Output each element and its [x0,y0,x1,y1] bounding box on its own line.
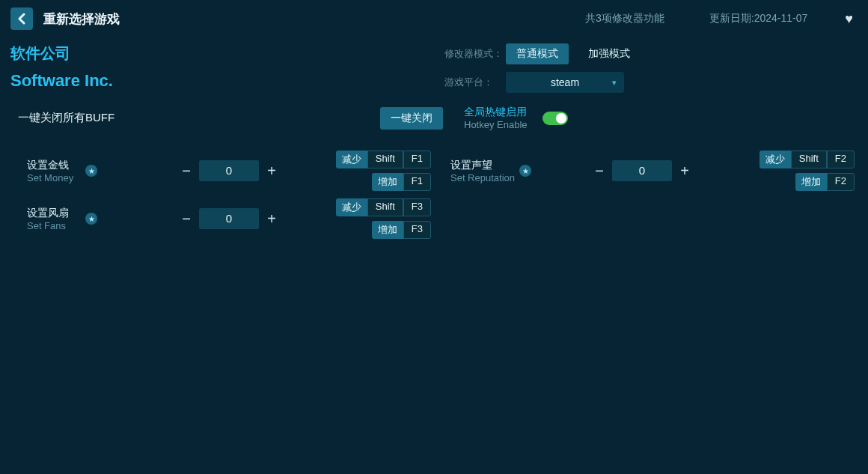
hotkey-enable-cn: 全局热键启用 [464,106,528,119]
mode-label: 修改器模式： [444,47,506,61]
decrease-button[interactable]: − [178,162,195,179]
chevron-left-icon [16,13,27,25]
increase-button[interactable]: + [263,210,280,227]
cheat-label-cn: 设置声望 [450,159,516,172]
value-input[interactable]: 0 [199,208,259,229]
cheat-label-en: Set Money [27,172,82,183]
value-input[interactable]: 0 [612,160,672,181]
close-buff-label: 一键关闭所有BUFF [18,111,380,125]
star-icon[interactable]: ★ [519,165,531,177]
hotkey-increase: 增加 F3 [372,221,431,239]
cheat-label-en: Set Fans [27,220,82,231]
update-date: 更新日期:2024-11-07 [709,12,808,25]
increase-button[interactable]: + [263,162,280,179]
cheat-row-set-money: 设置金钱 Set Money ★ − 0 + 减少 Shift F1 [10,147,434,195]
star-icon[interactable]: ★ [85,213,97,225]
hotkey-increase: 增加 F1 [372,173,431,191]
hotkey-increase: 增加 F2 [795,173,855,191]
hotkey-enable-en: Hotkey Enable [464,119,528,130]
hotkey-enable-toggle[interactable] [542,112,568,125]
decrease-button[interactable]: − [591,162,608,179]
cheat-label-cn: 设置金钱 [27,159,82,172]
value-input[interactable]: 0 [199,160,259,181]
game-name-cn: 软件公司 [10,43,444,64]
mode-enhanced-button[interactable]: 加强模式 [578,43,641,64]
back-button[interactable] [10,7,33,30]
game-name-en: Software Inc. [10,71,444,91]
hotkey-decrease: 减少 Shift F2 [760,151,855,168]
hotkey-decrease: 减少 Shift F1 [336,151,431,168]
page-title: 重新选择游戏 [43,10,120,28]
cheat-row-set-reputation: 设置声望 Set Reputation ★ − 0 + 减少 Shift F2 [434,147,858,195]
features-count: 共3项修改器功能 [585,12,664,25]
chevron-down-icon: ▾ [612,78,617,88]
decrease-button[interactable]: − [178,210,195,227]
platform-label: 游戏平台： [444,76,506,89]
mode-normal-button[interactable]: 普通模式 [506,43,569,64]
increase-button[interactable]: + [676,162,693,179]
hotkey-decrease: 减少 Shift F3 [336,198,431,216]
platform-value: steam [551,76,579,88]
favorite-icon[interactable]: ♥ [845,11,853,27]
cheat-label-cn: 设置风扇 [27,207,82,220]
star-icon[interactable]: ★ [85,165,97,177]
cheat-label-en: Set Reputation [450,172,516,183]
cheat-row-set-fans: 设置风扇 Set Fans ★ − 0 + 减少 Shift F3 增 [10,195,434,243]
platform-select[interactable]: steam ▾ [506,72,624,93]
close-buff-button[interactable]: 一键关闭 [380,107,443,130]
